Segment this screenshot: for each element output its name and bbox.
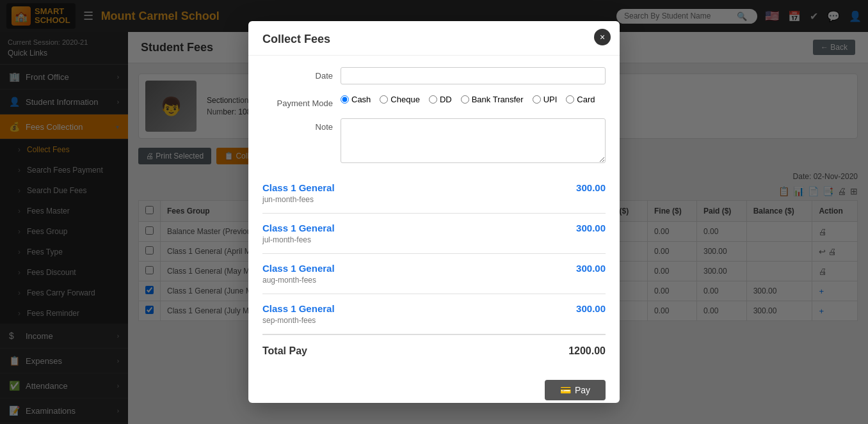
note-row: Note — [262, 118, 606, 163]
pay-button[interactable]: 💳 Pay — [545, 380, 606, 400]
fee-item-name: Class 1 General — [262, 223, 335, 233]
modal-title: Collect Fees — [262, 33, 606, 46]
date-label: Date — [262, 67, 333, 81]
fee-item: Class 1 General 300.00 jul-month-fees — [262, 214, 606, 254]
fee-item: Class 1 General 300.00 aug-month-fees — [262, 254, 606, 294]
fee-item-sub: sep-month-fees — [262, 316, 606, 325]
total-amount: 1200.00 — [568, 345, 606, 357]
fee-item-amount: 300.00 — [576, 223, 606, 233]
total-row: Total Pay 1200.00 — [262, 334, 606, 362]
fee-item-sub: jun-month-fees — [262, 195, 606, 204]
fee-item-name: Class 1 General — [262, 263, 335, 274]
collect-fees-modal: Collect Fees × Date Payment Mode Cash Ch… — [248, 21, 620, 403]
fee-item: Class 1 General 300.00 sep-month-fees — [262, 294, 606, 334]
total-label: Total Pay — [262, 345, 307, 357]
modal-header: Collect Fees × — [248, 21, 620, 56]
fee-item-amount: 300.00 — [576, 182, 606, 193]
radio-dd[interactable]: DD — [429, 95, 452, 104]
fee-item-amount: 300.00 — [576, 303, 606, 314]
modal-body: Date Payment Mode Cash Cheque DD — [248, 56, 620, 373]
payment-mode-row: Payment Mode Cash Cheque DD Bank Transfe… — [262, 95, 606, 108]
radio-upi[interactable]: UPI — [533, 95, 558, 104]
radio-bank-transfer[interactable]: Bank Transfer — [461, 95, 524, 104]
fee-item-name: Class 1 General — [262, 182, 335, 193]
date-input[interactable] — [341, 67, 606, 84]
fee-items-list: Class 1 General 300.00 jun-month-fees Cl… — [262, 173, 606, 334]
date-row: Date — [262, 67, 606, 84]
pay-icon: 💳 — [560, 385, 571, 395]
note-label: Note — [262, 118, 333, 132]
fee-item-sub: aug-month-fees — [262, 276, 606, 285]
fee-item-name: Class 1 General — [262, 303, 335, 314]
fee-item-sub: jul-month-fees — [262, 235, 606, 244]
note-textarea[interactable] — [341, 118, 606, 163]
payment-modes: Cash Cheque DD Bank Transfer UPI — [341, 95, 595, 104]
modal-close-button[interactable]: × — [594, 29, 611, 45]
modal-footer: 💳 Pay — [248, 373, 620, 403]
radio-cash[interactable]: Cash — [341, 95, 371, 104]
modal-overlay[interactable]: Collect Fees × Date Payment Mode Cash Ch… — [0, 0, 868, 424]
radio-card[interactable]: Card — [566, 95, 595, 104]
fee-item: Class 1 General 300.00 jun-month-fees — [262, 173, 606, 214]
fee-item-amount: 300.00 — [576, 263, 606, 274]
radio-cheque[interactable]: Cheque — [380, 95, 420, 104]
payment-mode-label: Payment Mode — [262, 95, 333, 108]
